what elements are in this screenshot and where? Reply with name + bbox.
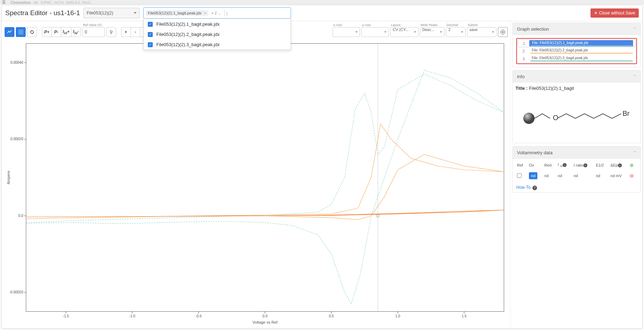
tab-all: All: [33, 0, 38, 5]
tab-iupac: IUPAC, InChI, SMILES, RInC...: [41, 0, 94, 5]
brand: Chemotion: [11, 0, 31, 5]
background-topbar: ☰ Chemotion All IUPAC, InChI, SMILES, RI…: [0, 0, 644, 5]
hamburger-icon: ☰: [2, 0, 8, 5]
